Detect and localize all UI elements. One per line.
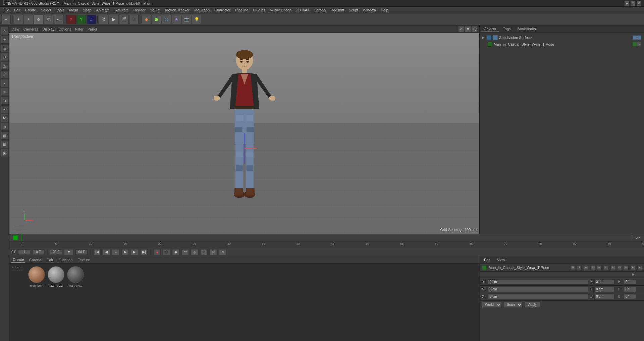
undo-button[interactable]: ↩ [1,15,11,24]
layer2-tool[interactable]: ▦ [1,140,9,148]
menu-item-pipeline[interactable]: Pipeline [233,7,250,13]
scene-btn[interactable]: ★ [172,15,181,24]
coord-input-z-b[interactable] [624,294,636,299]
coord-input-y-rot[interactable] [594,287,614,292]
scale-mode-select[interactable]: Scale Size [504,302,523,308]
menu-item-window[interactable]: Window [361,7,378,13]
viewport-menu-filter[interactable]: Filter [75,27,83,31]
viewport-menu-view[interactable]: View [11,27,19,31]
scale-tool[interactable]: ⇲ [1,44,9,52]
object-btn[interactable]: ◆ [142,15,151,24]
material-thumb-2[interactable]: Man_bo... [48,266,64,287]
viewport-menu-cameras[interactable]: Cameras [23,27,39,31]
paint-tool[interactable]: ✏ [1,88,9,96]
go-to-start-btn[interactable]: |◀ [93,249,101,255]
move-button[interactable]: ✛ [34,15,43,24]
coord-input-x-pos[interactable] [488,279,588,285]
end-frame-display[interactable] [50,249,62,255]
maximize-button[interactable]: □ [631,1,635,6]
tab-tags[interactable]: Tags [500,26,513,32]
motion2-btn[interactable]: ⍉ [191,249,198,255]
render-btn[interactable]: 🎬 [119,15,128,24]
point-tool[interactable]: · [1,79,9,87]
knife-tool[interactable]: ✂ [1,105,9,113]
co-btn-10[interactable]: E [631,265,635,270]
co-btn-3[interactable]: V [584,265,588,270]
obj-ctrl-render-1[interactable] [637,36,641,40]
coords-tab-view[interactable]: View [494,257,508,263]
menu-item-mesh[interactable]: Mesh [67,7,80,13]
menu-item-snap[interactable]: Snap [81,7,94,13]
timeline-playhead-area[interactable] [21,234,632,241]
tab-objects[interactable]: Objects [481,26,499,32]
co-btn-6[interactable]: L [604,265,608,270]
close-button[interactable]: ✕ [637,1,641,6]
menu-item-select[interactable]: Select [39,7,53,13]
tab-bookmarks[interactable]: Bookmarks [515,26,539,32]
menu-item-mograph[interactable]: MoGraph [192,7,212,13]
min-frame-input[interactable] [18,249,30,255]
render-settings-btn[interactable]: ⚙ [99,15,108,24]
mat-tab-function[interactable]: Function [57,257,74,263]
menu-item-sculpt[interactable]: Sculpt [148,7,163,13]
current-frame-input[interactable] [32,249,44,255]
render-3-btn[interactable]: 🎥 [129,15,139,24]
co-btn-5[interactable]: M [597,265,602,270]
vp-ctrl-settings[interactable]: ⚙ [465,26,471,32]
camera-btn[interactable]: 📷 [182,15,191,24]
co-btn-1[interactable]: ⊟ [570,265,575,270]
loop-btn[interactable]: ● [153,249,161,255]
rotate-tool[interactable]: ↺ [1,53,9,61]
viewport-menu-display[interactable]: Display [42,27,54,31]
co-btn-2[interactable]: S [577,265,582,270]
mat-tab-edit[interactable]: Edit [45,257,54,263]
motion-btn[interactable]: 〜 [181,249,189,255]
menu-item-redshift[interactable]: Redshift [328,7,346,13]
magnet-tool[interactable]: ⊙ [1,97,9,105]
frame-end-toggle[interactable]: ▼ [64,249,73,255]
menu-item-animate[interactable]: Animate [94,7,112,13]
move-tool[interactable]: ✛ [1,36,9,44]
coord-input-x-h[interactable] [624,279,636,285]
mat-tab-create[interactable]: Create [11,257,25,263]
plus-button[interactable]: + [24,15,33,24]
play-btn[interactable]: ▶ [121,249,129,255]
z-axis-btn[interactable]: Z [87,15,96,24]
coord-input-z-pos[interactable] [488,294,588,299]
coords-tab-edit[interactable]: Edit [481,257,493,263]
viewport-menu-panel[interactable]: Panel [88,27,97,31]
menu-item-help[interactable]: Help [379,7,390,13]
light-btn[interactable]: 💡 [192,15,201,24]
layers-btn[interactable]: ≡ [219,249,226,255]
next-frame-btn[interactable]: ▶| [131,249,138,255]
co-btn-7[interactable]: A [610,265,615,270]
object-row-1[interactable]: ▶ Subdivision Surface [481,34,643,41]
weld-tool[interactable]: ⊕ [1,123,9,131]
nurbs-btn[interactable]: ⬟ [152,15,161,24]
vp-ctrl-expand[interactable]: ⤢ [459,26,464,32]
record-btn[interactable]: ● [112,249,119,255]
max-frame-input[interactable] [75,249,88,255]
coord-input-y-pos[interactable] [488,287,588,292]
menu-item-edit[interactable]: Edit [12,7,22,13]
edge-tool[interactable]: ╱ [1,70,9,78]
minimize-button[interactable]: ─ [625,1,629,6]
viewport-menu-options[interactable]: Options [58,27,71,31]
menu-item-simulate[interactable]: Simulate [112,7,131,13]
viewport-canvas[interactable]: Perspective Grid Spacing : 100 cm X Y [9,33,479,234]
menu-item-v-ray bridge[interactable]: V-Ray Bridge [268,7,294,13]
menu-item-tools[interactable]: Tools [54,7,66,13]
coord-input-y-p[interactable] [624,287,636,292]
prev-frame-btn[interactable]: ◀ [103,249,110,255]
record-mode-btn[interactable]: P [210,249,217,255]
menu-item-file[interactable]: File [1,7,11,13]
auto-key-btn[interactable]: ⚫ [163,249,170,255]
menu-item-corona[interactable]: Corona [312,7,328,13]
object-row-2[interactable]: Man_in_Casual_Style_Wear_T-Pose • [481,41,643,48]
apply-button[interactable]: Apply [525,302,540,308]
scale-button[interactable]: ⇔ [54,15,63,24]
menu-item-create[interactable]: Create [23,7,38,13]
bridge-tool[interactable]: ⋈ [1,114,9,122]
new-button[interactable]: ✦ [14,15,23,24]
mat-tab-corona[interactable]: Corona [28,257,43,263]
